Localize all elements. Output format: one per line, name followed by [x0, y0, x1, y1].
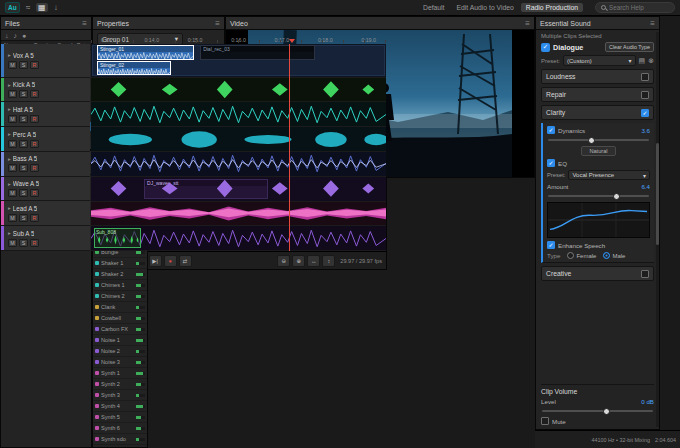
- repair-checkbox[interactable]: ✓: [641, 91, 649, 99]
- skip-end-button[interactable]: ▶|: [149, 255, 162, 267]
- track-header[interactable]: ▸ Hat A 5 M S R: [1, 102, 90, 127]
- track-list-item[interactable]: Synth 4: [93, 401, 147, 412]
- solo-button[interactable]: S: [19, 189, 28, 197]
- track-list-item[interactable]: Synth 1: [93, 368, 147, 379]
- playhead-line[interactable]: [289, 44, 290, 251]
- track-list-item[interactable]: Synth 5: [93, 412, 147, 423]
- solo-button[interactable]: S: [19, 61, 28, 69]
- dynamics-checkbox[interactable]: ✓: [547, 126, 555, 134]
- collapse-icon[interactable]: ▸: [8, 106, 11, 112]
- track-name[interactable]: Perc A 5: [13, 131, 36, 138]
- mute-button[interactable]: M: [8, 164, 17, 172]
- loop-button[interactable]: ⇄: [179, 255, 192, 267]
- creative-checkbox[interactable]: ✓: [641, 270, 649, 278]
- track-list-item[interactable]: Synth 6: [93, 423, 147, 434]
- track-header[interactable]: ▸ Bass A 5 M S R: [1, 152, 90, 177]
- arm-button[interactable]: R: [30, 239, 39, 247]
- track-name[interactable]: Hat A 5: [13, 106, 33, 113]
- eq-preset-select[interactable]: Vocal Presence ▾: [568, 170, 650, 180]
- solo-button[interactable]: S: [19, 140, 28, 148]
- track-header[interactable]: ▸ Wave A 5 M S R: [1, 177, 90, 202]
- track-list-item[interactable]: Chimes 1: [93, 280, 147, 291]
- radio-icon[interactable]: [567, 252, 574, 259]
- track-header[interactable]: ▸ Lead A 5 M S R: [1, 201, 90, 226]
- clip-dialog[interactable]: Dial_rec_03: [200, 45, 315, 60]
- arm-button[interactable]: R: [30, 140, 39, 148]
- import-file-icon[interactable]: ↓: [5, 32, 9, 39]
- track-name[interactable]: Kick A 5: [13, 81, 35, 88]
- enhance-speech-checkbox[interactable]: ✓: [547, 241, 555, 249]
- panel-menu-icon[interactable]: ≡: [215, 19, 220, 28]
- panel-menu-icon[interactable]: ≡: [82, 19, 87, 28]
- track-list-item[interactable]: Chimes 2: [93, 291, 147, 302]
- clip-sub-808[interactable]: Sub_808: [94, 228, 141, 248]
- track-list-item[interactable]: Noise 3: [93, 357, 147, 368]
- arm-button[interactable]: R: [30, 61, 39, 69]
- amount-slider[interactable]: [548, 195, 649, 197]
- track-header[interactable]: ▸ Perc A 5 M S R: [1, 127, 90, 152]
- track-lane-lead[interactable]: [91, 202, 386, 227]
- preset-save-icon[interactable]: ▤: [639, 57, 646, 65]
- level-slider[interactable]: [542, 410, 653, 412]
- multitrack-view-icon[interactable]: ▦: [36, 3, 48, 12]
- track-name[interactable]: Lead A 5: [13, 205, 38, 212]
- zoom-vertical-button[interactable]: ↕: [322, 255, 335, 267]
- collapse-icon[interactable]: ▸: [8, 181, 11, 187]
- collapse-icon[interactable]: ▸: [8, 230, 11, 236]
- solo-button[interactable]: S: [19, 90, 28, 98]
- workspace-tab[interactable]: Edit Audio to Video: [452, 3, 519, 12]
- workspace-tab[interactable]: Radio Production: [521, 3, 583, 12]
- collapse-icon[interactable]: ▸: [8, 156, 11, 162]
- panel-menu-icon[interactable]: ≡: [525, 19, 530, 28]
- track-list-item[interactable]: Noise 2: [93, 346, 147, 357]
- video-panel-header[interactable]: Video ≡: [226, 17, 534, 30]
- zoom-out-button[interactable]: ⊖: [277, 255, 290, 267]
- zoom-in-button[interactable]: ⊕: [292, 255, 305, 267]
- arm-button[interactable]: R: [30, 214, 39, 222]
- clip-stinger-1[interactable]: Stinger_01: [97, 45, 194, 60]
- track-lane-sub[interactable]: Sub_808: [91, 226, 386, 251]
- clarity-checkbox[interactable]: ✓: [641, 109, 649, 117]
- solo-button[interactable]: S: [19, 115, 28, 123]
- playhead-marker[interactable]: [289, 39, 295, 43]
- record-icon[interactable]: ●: [22, 32, 26, 39]
- speech-type-radio[interactable]: Male: [603, 252, 625, 259]
- collapse-icon[interactable]: ▸: [8, 82, 11, 88]
- track-lane-kick[interactable]: [91, 78, 386, 103]
- arm-button[interactable]: R: [30, 189, 39, 197]
- mute-checkbox[interactable]: ✓: [541, 417, 549, 425]
- arm-button[interactable]: R: [30, 90, 39, 98]
- track-list-item[interactable]: Synth sdo: [93, 434, 147, 445]
- solo-button[interactable]: S: [19, 164, 28, 172]
- collapse-icon[interactable]: ▸: [8, 131, 11, 137]
- track-name[interactable]: Wave A 5: [13, 180, 39, 187]
- track-name[interactable]: Bass A 5: [13, 155, 38, 162]
- eq-curve-graph[interactable]: [547, 202, 650, 238]
- workspace-tab[interactable]: Default: [418, 3, 450, 12]
- track-name[interactable]: Sub A 5: [13, 230, 35, 237]
- preset-delete-icon[interactable]: ⊗: [648, 57, 654, 65]
- dynamics-slider[interactable]: [548, 139, 649, 141]
- arm-button[interactable]: R: [30, 115, 39, 123]
- track-name[interactable]: Vox A 5: [13, 52, 34, 59]
- section-loudness[interactable]: Loudness ✓: [541, 69, 654, 84]
- import-icon[interactable]: ↓: [52, 3, 60, 12]
- radio-icon[interactable]: [603, 252, 610, 259]
- mute-button[interactable]: M: [8, 214, 17, 222]
- waveform-view-icon[interactable]: ≈: [24, 3, 32, 12]
- track-lane-bass[interactable]: [91, 152, 386, 177]
- mute-button[interactable]: M: [8, 90, 17, 98]
- panel-menu-icon[interactable]: ≡: [650, 19, 655, 28]
- scrollbar[interactable]: [656, 32, 659, 427]
- loudness-checkbox[interactable]: ✓: [641, 73, 649, 81]
- mute-button[interactable]: M: [8, 61, 17, 69]
- section-repair[interactable]: Repair ✓: [541, 87, 654, 102]
- track-list-item[interactable]: Noise 1: [93, 335, 147, 346]
- track-lane-wave[interactable]: DJ_wavee_stt: [91, 177, 386, 202]
- collapse-icon[interactable]: ▸: [8, 205, 11, 211]
- record-button[interactable]: ●: [164, 255, 177, 267]
- track-list-item[interactable]: Carbon FX: [93, 324, 147, 335]
- track-lane-perc[interactable]: [91, 127, 386, 152]
- track-lane-vox[interactable]: Stinger_01 Stinger_02 Dial_rec_03: [91, 44, 386, 78]
- ruler-labels[interactable]: 0:13.00:14.00:15.00:16.00:17.00:18.00:19…: [91, 33, 386, 43]
